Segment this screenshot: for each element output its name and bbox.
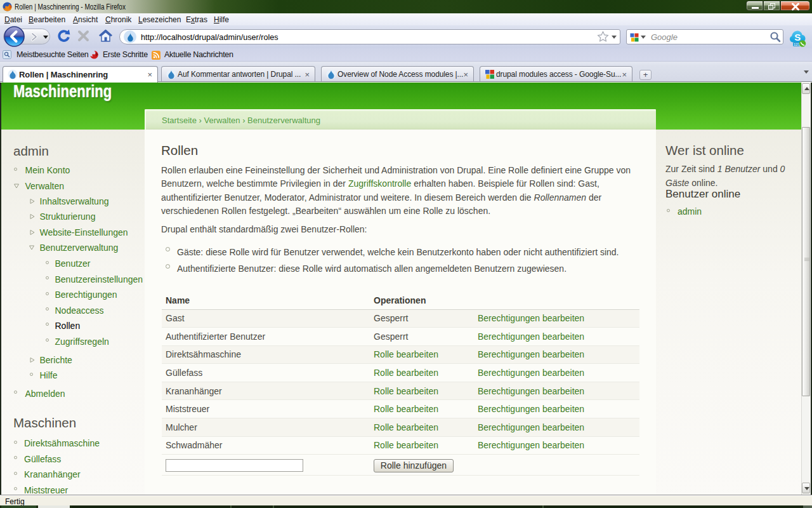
svg-text:S: S — [794, 32, 801, 43]
